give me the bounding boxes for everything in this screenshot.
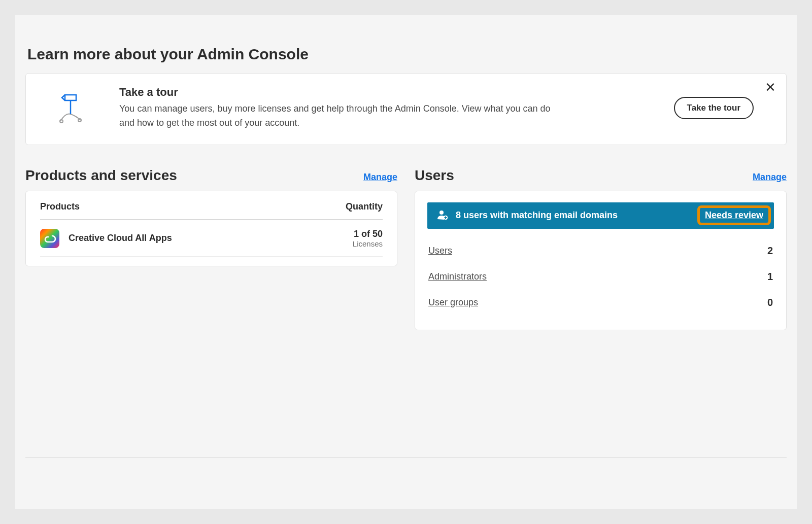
creative-cloud-icon [40, 229, 59, 248]
user-groups-link[interactable]: User groups [428, 297, 478, 308]
products-header: Products and services Manage [25, 167, 397, 184]
list-item: User groups 0 [427, 292, 774, 313]
product-quantity: 1 of 50 Licenses [353, 229, 383, 248]
products-title: Products and services [25, 167, 177, 184]
products-column: Products and services Manage Products Qu… [25, 167, 397, 330]
admin-console-frame: Learn more about your Admin Console ✕ Ta… [15, 15, 797, 509]
administrators-link[interactable]: Administrators [428, 271, 487, 282]
close-icon[interactable]: ✕ [765, 81, 776, 94]
svg-rect-3 [65, 95, 76, 100]
manage-users-link[interactable]: Manage [753, 172, 787, 183]
page-title: Learn more about your Admin Console [27, 46, 787, 63]
signpost-icon [40, 86, 101, 125]
svg-point-1 [78, 119, 81, 122]
users-count: 2 [767, 245, 773, 257]
manage-products-link[interactable]: Manage [363, 172, 397, 183]
user-groups-count: 0 [767, 297, 773, 308]
quantity-unit: Licenses [353, 239, 383, 248]
review-banner: 8 users with matching email domains Need… [427, 202, 774, 229]
products-panel: Products Quantity [25, 191, 397, 266]
user-add-icon [436, 208, 449, 223]
needs-review-link[interactable]: Needs review [705, 210, 763, 220]
svg-point-5 [439, 211, 444, 215]
col-products: Products [40, 201, 80, 212]
list-item: Users 2 [427, 240, 774, 262]
administrators-count: 1 [767, 271, 773, 283]
review-banner-text: 8 users with matching email domains [456, 210, 690, 221]
list-item: Administrators 1 [427, 266, 774, 288]
users-column: Users Manage 8 users with matching e [415, 167, 787, 330]
svg-rect-4 [40, 229, 59, 248]
col-quantity: Quantity [346, 201, 383, 212]
tour-body: Take a tour You can manage users, buy mo… [119, 86, 656, 130]
main-columns: Products and services Manage Products Qu… [25, 167, 787, 330]
users-header: Users Manage [415, 167, 787, 184]
tour-title: Take a tour [119, 86, 656, 99]
users-title: Users [415, 167, 454, 184]
tour-description: You can manage users, buy more licenses … [119, 102, 566, 130]
product-name: Creative Cloud All Apps [69, 233, 353, 243]
svg-rect-8 [445, 217, 447, 218]
needs-review-highlight: Needs review [697, 205, 771, 225]
users-link[interactable]: Users [428, 246, 452, 256]
quantity-value: 1 of 50 [353, 229, 383, 239]
products-table-head: Products Quantity [40, 201, 383, 220]
svg-point-0 [60, 120, 63, 123]
table-row: Creative Cloud All Apps 1 of 50 Licenses [40, 220, 383, 257]
tour-card: ✕ Take a tour You can manage users, buy … [25, 73, 787, 145]
take-tour-button[interactable]: Take the tour [674, 97, 754, 119]
footer-divider [25, 458, 787, 458]
users-panel: 8 users with matching email domains Need… [415, 191, 787, 330]
